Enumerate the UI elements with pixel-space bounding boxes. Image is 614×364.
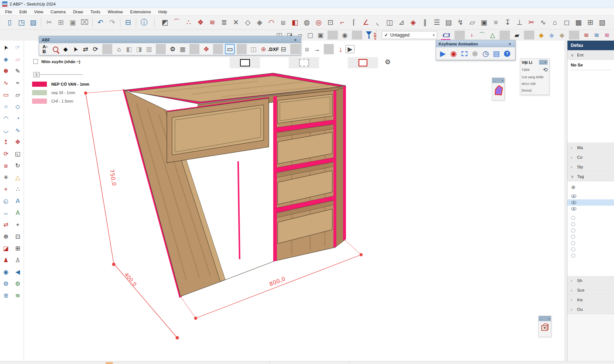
cancel-icon[interactable]: ⊗ — [470, 48, 480, 59]
layers-question-icon[interactable]: ≋ — [602, 30, 612, 41]
layers-red-icon[interactable]: ≋ — [206, 17, 218, 28]
tag-row[interactable] — [567, 206, 614, 212]
play-export-icon[interactable]: ▶ — [346, 45, 354, 53]
save-icon[interactable]: ▤ — [27, 17, 39, 28]
select-keyframes-icon[interactable] — [459, 48, 470, 59]
sail-curve-icon[interactable]: ⊿ — [395, 17, 407, 28]
select-arrow-icon[interactable]: ➤ — [71, 44, 80, 54]
gearbox-icon[interactable]: ⚙ — [0, 278, 11, 289]
open-folder-icon[interactable]: ◳ — [16, 17, 27, 28]
panel-menu-icon[interactable]: ... — [493, 79, 496, 82]
tag-row[interactable] — [567, 246, 614, 253]
menu-item[interactable]: Camera — [47, 8, 69, 15]
stack-blue-icon[interactable]: ≣ — [0, 290, 11, 301]
curic-c3-icon[interactable]: C3 — [440, 30, 453, 41]
box-dot-icon[interactable]: ⊡ — [325, 17, 336, 28]
menu-item[interactable]: Draw — [69, 8, 87, 15]
menu-item[interactable]: View — [30, 8, 47, 15]
path-points-icon[interactable]: ∴ — [183, 17, 195, 28]
print-icon[interactable]: ⊟ — [122, 17, 134, 28]
toolbar-icon[interactable] — [327, 31, 338, 40]
section-scenes[interactable]: › Sce — [567, 285, 614, 295]
dimension-label-height[interactable]: 750,0 — [108, 169, 117, 186]
arc-add-icon[interactable]: ⌒ — [171, 17, 183, 28]
panel-left-icon[interactable]: ◧ — [124, 44, 134, 54]
polygon-outline-icon[interactable]: ◇ — [242, 17, 254, 28]
toolbar-icon[interactable] — [136, 18, 136, 27]
move-tool-icon[interactable]: ✥ — [12, 137, 23, 148]
toolbar-icon[interactable] — [569, 31, 579, 40]
material-row[interactable]: [None] — [522, 89, 548, 92]
edge-width-value[interactable]: 3 — [33, 72, 40, 77]
redo-icon[interactable]: ↷ — [106, 17, 118, 28]
section-components[interactable]: › Co — [567, 152, 614, 162]
section-styles[interactable]: › Sty — [567, 162, 614, 172]
scale-tool-icon[interactable]: ◱ — [12, 148, 23, 159]
section-outliner[interactable]: › Ou — [567, 305, 614, 314]
cut-icon[interactable]: ✂ — [43, 17, 55, 28]
section-plane-icon[interactable]: ◪ — [0, 243, 11, 254]
tag-row[interactable] — [567, 199, 614, 206]
walk-person-icon[interactable]: ♟ — [0, 255, 11, 266]
tag-row[interactable] — [567, 193, 614, 199]
paste-icon[interactable]: ▣ — [67, 17, 79, 28]
eraser-icon[interactable]: ▱ — [12, 54, 23, 65]
hatch-pattern-icon[interactable]: ▨ — [596, 17, 608, 28]
orbit-eye-icon[interactable]: ◉ — [0, 267, 11, 278]
settings-gear-icon[interactable]: ⚙ — [168, 44, 178, 54]
tag-circle-icon[interactable] — [571, 229, 575, 233]
panel-menu-icon[interactable]: ... — [540, 61, 543, 64]
tag-row[interactable] — [567, 240, 614, 246]
material-row[interactable]: MAU 439 — [522, 82, 548, 86]
arrow-right-icon[interactable]: → — [312, 44, 322, 54]
text-tool-icon[interactable]: A — [12, 196, 23, 207]
record-keyframe-icon[interactable]: ◉ — [448, 48, 459, 59]
edge-width-slider[interactable] — [40, 74, 83, 75]
copy-array-icon[interactable]: ⊞ — [12, 243, 23, 254]
tag-circle-icon[interactable] — [571, 247, 575, 251]
section-entity-info[interactable]: ∨ Ent — [567, 50, 614, 60]
pencil-icon[interactable]: ✎ — [12, 66, 23, 77]
mirror-tool-icon[interactable]: ⇄ — [0, 219, 11, 230]
cube-orange-icon[interactable]: ◆ — [536, 30, 546, 41]
flip-rotate-icon[interactable]: ⇄ — [80, 44, 90, 54]
circle-cross-icon[interactable]: ⊕ — [258, 44, 268, 54]
menu-item[interactable]: Extensions — [127, 8, 155, 15]
toolbar-icon[interactable] — [500, 31, 510, 40]
eye-visible-icon[interactable] — [571, 207, 576, 210]
dark-cabinet-icon[interactable]: ▩ — [573, 17, 584, 28]
layers-clip-icon[interactable]: ≋ — [612, 30, 614, 41]
green-poly-icon[interactable]: △ — [487, 30, 498, 41]
menu-item[interactable]: Edit — [16, 8, 31, 15]
tag-circle-icon[interactable] — [571, 235, 575, 239]
bezier-pick-icon[interactable]: ⌒ — [477, 30, 487, 41]
zoom-window-icon[interactable]: ⊡ — [12, 231, 23, 242]
follow-me-icon[interactable]: ↻ — [12, 160, 23, 171]
panel-cut-icon[interactable]: ◧ — [289, 17, 301, 28]
spiral-stair-icon[interactable]: ↯ — [455, 17, 466, 28]
door-frame-icon[interactable]: ◻ — [561, 17, 573, 28]
toolbar-icon[interactable] — [41, 18, 41, 27]
solid-rect-tool-icon[interactable]: ▭ — [225, 44, 235, 54]
section-shadows[interactable]: › Sh — [567, 276, 614, 285]
pie-arc-icon[interactable]: ◔ — [12, 113, 23, 124]
eye-visible-icon[interactable] — [571, 201, 576, 204]
dxf-export-tool[interactable]: .DXF — [268, 44, 278, 54]
abf-tool-icon[interactable] — [290, 44, 300, 54]
shell-tool-icon[interactable]: ◗ — [467, 30, 477, 41]
dual-gears-icon[interactable]: ⚙ — [12, 278, 23, 289]
close-icon[interactable]: × — [293, 38, 298, 42]
cube-blue-icon[interactable]: ◆ — [546, 30, 557, 41]
undo-icon[interactable]: ↶ — [95, 17, 106, 28]
help-icon[interactable]: ? — [502, 48, 512, 59]
spline-icon[interactable]: ≈ — [12, 78, 23, 89]
cube-tan-icon[interactable]: ◆ — [557, 30, 567, 41]
protractor-icon[interactable]: ◵ — [0, 196, 11, 207]
tag-note-icon[interactable]: ◩ — [159, 17, 171, 28]
stand-person-icon[interactable]: ♙ — [12, 255, 23, 266]
ab-dimension-tool[interactable]: A-B — [41, 44, 51, 54]
abf-tool-icon[interactable] — [102, 44, 112, 54]
dome-tool-icon[interactable]: ◍ — [301, 17, 313, 28]
drawing-canvas[interactable]: Nhìn xuyên (nhấn ~) 3 NEP CÓ VAN - 1mm n… — [24, 41, 564, 361]
cutlist-table-icon[interactable]: ▦ — [178, 44, 188, 54]
